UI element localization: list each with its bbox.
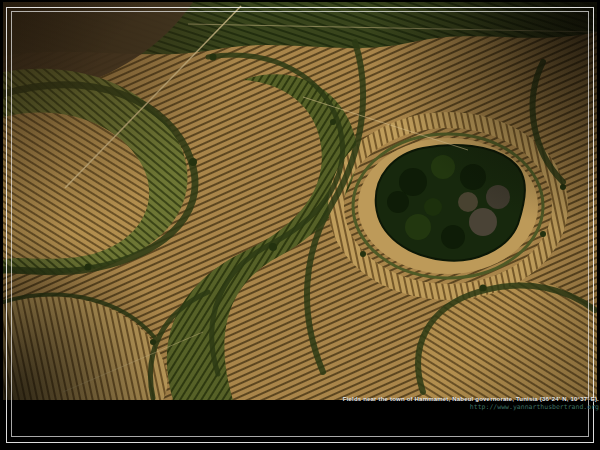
aerial-photo-art [3, 2, 597, 400]
caption-text: Fields near the town of Hammamet, Nabeul… [343, 396, 599, 403]
photo-credit-url: http://www.yannarthusbertrand.org [343, 403, 599, 411]
wallpaper: Fields near the town of Hammamet, Nabeul… [0, 0, 600, 450]
photo-caption: Fields near the town of Hammamet, Nabeul… [343, 396, 599, 411]
aerial-photo [3, 2, 597, 400]
